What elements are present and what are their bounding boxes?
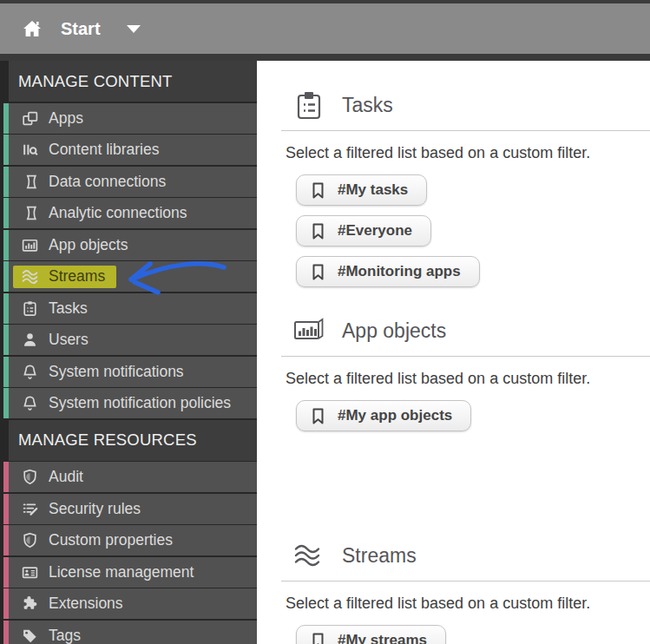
security-rules-icon: [21, 500, 39, 518]
section-description: Select a filtered list based on a custom…: [286, 595, 650, 613]
topbar: Start: [0, 3, 650, 54]
section-title: Streams: [342, 544, 417, 568]
section-title: Tasks: [342, 94, 393, 117]
sidebar-item-content-libraries[interactable]: Content libraries: [3, 135, 257, 165]
sidebar-item-label: Audit: [49, 468, 83, 486]
sidebar-item-label: Data connections: [49, 173, 166, 191]
sidebar-item-license-management[interactable]: License management: [3, 557, 257, 588]
sidebar-item-label: Extensions: [49, 595, 123, 613]
sidebar-item-custom-properties[interactable]: Custom properties: [3, 525, 257, 555]
sidebar-item-label: App objects: [49, 236, 128, 254]
sidebar-item-system-notifications[interactable]: System notifications: [3, 357, 257, 387]
tag-icon: [21, 627, 39, 644]
bookmark-icon: [312, 182, 325, 199]
analytic-connections-icon: [21, 204, 39, 222]
filter-button-my-streams[interactable]: #My streams: [296, 625, 446, 644]
sidebar-item-label: Streams: [49, 267, 105, 286]
filter-button-my-tasks[interactable]: #My tasks: [296, 174, 427, 206]
sidebar-item-analytic-connections[interactable]: Analytic connections: [3, 198, 257, 228]
sidebar-item-system-notification-policies[interactable]: System notification policies: [3, 388, 257, 418]
topbar-title: Start: [61, 19, 101, 39]
sidebar-section-manage-resources: MANAGE RESOURCES: [9, 420, 257, 461]
section-tasks: Tasks Select a filtered list based on a …: [257, 61, 650, 287]
sidebar-item-label: Content libraries: [49, 141, 159, 159]
section-description: Select a filtered list based on a custom…: [286, 370, 650, 388]
section-streams: Streams Select a filtered list based on …: [257, 541, 650, 644]
bell-icon: [21, 363, 39, 381]
sidebar-item-data-connections[interactable]: Data connections: [3, 167, 257, 197]
sidebar-item-label: Users: [49, 331, 89, 349]
filter-button-monitoring-apps[interactable]: #Monitoring apps: [296, 256, 480, 287]
users-icon: [21, 331, 39, 349]
bookmark-icon: [312, 223, 325, 240]
filter-button-label: #My app objects: [338, 407, 452, 424]
sidebar-item-tags[interactable]: Tags: [3, 621, 257, 644]
section-divider: [281, 356, 650, 357]
bookmark-icon: [312, 408, 325, 424]
section-app-objects: App objects Select a filtered list based…: [257, 316, 650, 431]
bookmark-icon: [312, 264, 325, 280]
home-icon: [23, 20, 42, 37]
shield-icon: [21, 531, 39, 549]
sidebar-item-label: Apps: [49, 109, 83, 128]
content-area: Tasks Select a filtered list based on a …: [257, 61, 650, 644]
section-title: App objects: [342, 319, 446, 343]
app-objects-icon: [292, 318, 325, 344]
sidebar-item-streams[interactable]: Streams: [3, 261, 257, 292]
sidebar-item-label: Tags: [49, 627, 81, 644]
sidebar-item-label: System notification policies: [49, 394, 231, 412]
caret-down-icon[interactable]: [127, 25, 141, 33]
section-divider: [281, 130, 650, 131]
data-connections-icon: [21, 173, 39, 191]
filter-button-label: #Everyone: [338, 222, 412, 240]
sidebar-item-app-objects[interactable]: App objects: [3, 230, 257, 260]
sidebar: MANAGE CONTENT Apps Content libraries Da…: [0, 61, 257, 644]
bell-icon: [21, 394, 39, 412]
sidebar-item-label: Custom properties: [49, 531, 173, 549]
sidebar-item-security-rules[interactable]: Security rules: [3, 494, 257, 524]
sidebar-item-label: Analytic connections: [49, 204, 187, 222]
content-libraries-icon: [21, 141, 39, 159]
sidebar-item-apps[interactable]: Apps: [3, 103, 257, 134]
puzzle-icon: [21, 595, 39, 613]
streams-icon: [292, 543, 325, 568]
section-divider: [281, 581, 650, 582]
filter-button-label: #My streams: [338, 632, 427, 644]
shield-icon: [21, 468, 39, 486]
start-menu-button[interactable]: Start: [23, 19, 101, 39]
filter-button-label: #My tasks: [338, 181, 408, 199]
sidebar-item-extensions[interactable]: Extensions: [3, 588, 257, 619]
sidebar-item-label: Security rules: [49, 500, 141, 518]
topbar-divider: [0, 54, 650, 61]
sidebar-item-label: Tasks: [49, 299, 88, 318]
streams-highlight: Streams: [13, 266, 116, 288]
sidebar-item-label: License management: [49, 563, 194, 582]
sidebar-section-manage-content: MANAGE CONTENT: [9, 61, 257, 102]
license-card-icon: [21, 563, 39, 582]
filter-button-label: #Monitoring apps: [338, 263, 461, 280]
streams-icon: [21, 267, 39, 286]
bookmark-icon: [312, 633, 325, 644]
section-description: Select a filtered list based on a custom…: [286, 144, 650, 162]
sidebar-item-label: System notifications: [49, 363, 184, 381]
sidebar-item-audit[interactable]: Audit: [3, 462, 257, 492]
filter-button-my-app-objects[interactable]: #My app objects: [296, 400, 471, 431]
tasks-icon: [21, 299, 39, 318]
sidebar-item-tasks[interactable]: Tasks: [3, 293, 257, 324]
app-objects-icon: [21, 236, 39, 254]
filter-button-everyone[interactable]: #Everyone: [296, 215, 431, 246]
apps-icon: [21, 109, 39, 128]
sidebar-item-users[interactable]: Users: [3, 325, 257, 355]
tasks-icon: [292, 90, 325, 120]
